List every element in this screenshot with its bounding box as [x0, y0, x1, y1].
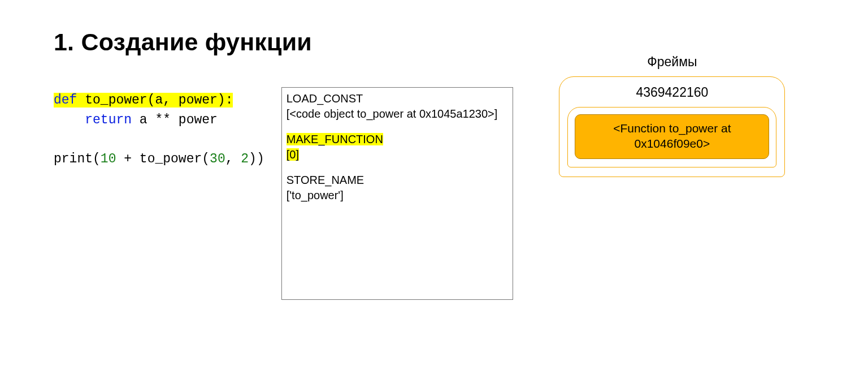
code-num-30: 30: [210, 152, 225, 166]
keyword-return: return: [85, 113, 132, 127]
bc-op-store-name: STORE_NAME: [287, 173, 508, 188]
code-line2-rest: a ** power: [132, 113, 218, 127]
bc-op-make-function: MAKE_FUNCTION: [287, 132, 508, 147]
slide: 1. Создание функции def to_power(a, powe…: [0, 0, 868, 374]
bytecode-block-1: LOAD_CONST [<code object to_power at 0x1…: [287, 91, 508, 122]
bytecode-panel: LOAD_CONST [<code object to_power at 0x1…: [281, 87, 513, 300]
bc-op-load-const: LOAD_CONST: [287, 91, 508, 106]
code-line3-p2: + to_power(: [116, 152, 210, 166]
code-line1-rest: to_power(a, power):: [77, 93, 233, 108]
frame-id: 4369422160: [567, 85, 776, 100]
keyword-def: def: [54, 93, 77, 108]
code-line2-indent: [54, 113, 85, 127]
code-num-2: 2: [241, 152, 249, 166]
code-panel: def to_power(a, power): return a ** powe…: [54, 87, 264, 169]
frame-inner: <Function to_power at 0x1046f09e0>: [567, 107, 776, 167]
bytecode-block-2: MAKE_FUNCTION [0]: [287, 132, 508, 162]
stack-top-item: <Function to_power at 0x1046f09e0>: [575, 114, 769, 159]
bc-arg-load-const: [<code object to_power at 0x1045a1230>]: [287, 106, 508, 122]
frames-panel: Фреймы 4369422160 <Function to_power at …: [530, 54, 814, 177]
columns: def to_power(a, power): return a ** powe…: [54, 87, 814, 300]
bc-arg-make-function: [0]: [287, 147, 508, 162]
frame-outer: 4369422160 <Function to_power at 0x1046f…: [559, 76, 785, 177]
slide-title: 1. Создание функции: [54, 28, 814, 56]
code-line3-p3: ,: [225, 152, 241, 166]
bc-arg-store-name: ['to_power']: [287, 188, 508, 203]
code-num-10: 10: [101, 152, 116, 166]
code-line3-p1: print(: [54, 152, 101, 166]
code-line3-p4: )): [249, 152, 264, 166]
bytecode-block-3: STORE_NAME ['to_power']: [287, 173, 508, 203]
frames-label: Фреймы: [647, 54, 697, 70]
